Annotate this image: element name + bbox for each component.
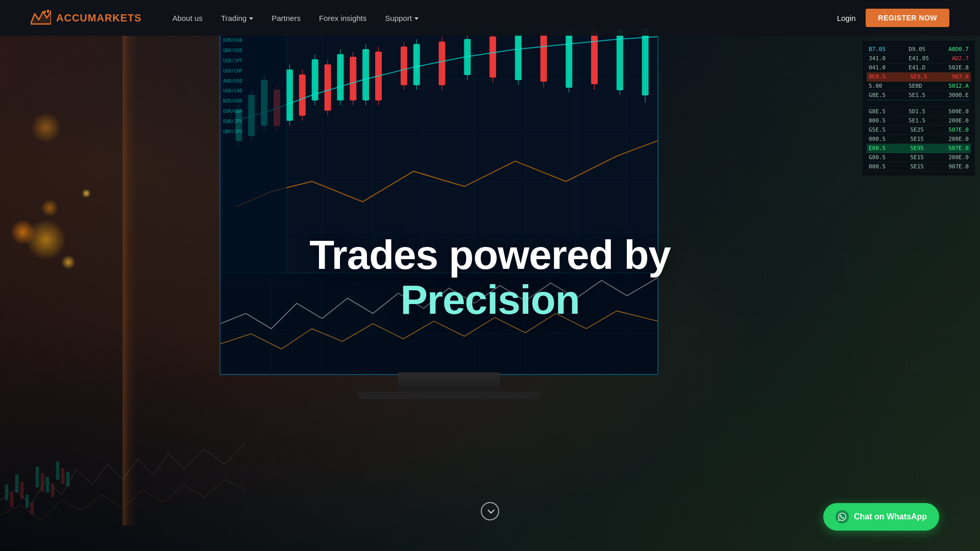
hero-title-line1: Trades powered by [309, 232, 671, 278]
svg-rect-82 [10, 492, 13, 507]
trading-monitor: EUR/USD GBP/USD USD/JPY USD/CHF AUD/USD … [219, 28, 658, 375]
logo[interactable]: ACCUMARKETS [31, 10, 142, 26]
svg-rect-92 [50, 10, 51, 13]
monitor-chart-svg: EUR/USD GBP/USD USD/JPY USD/CHF AUD/USD … [220, 29, 657, 374]
svg-text:NZD/USD: NZD/USD [223, 98, 242, 104]
whatsapp-icon [836, 510, 849, 523]
svg-text:USD/CHF: USD/CHF [223, 68, 242, 73]
svg-rect-81 [66, 472, 69, 486]
nav-links: About us Trading Partners Forex insights… [173, 14, 837, 22]
svg-rect-79 [46, 477, 49, 492]
nav-trading[interactable]: Trading [221, 14, 253, 22]
nav-support[interactable]: Support [385, 14, 419, 22]
svg-rect-75 [5, 485, 8, 500]
svg-text:GBP/JPY: GBP/JPY [223, 129, 242, 134]
svg-rect-78 [36, 467, 39, 487]
logo-text: ACCUMARKETS [56, 12, 142, 24]
hero-section: EUR/USD GBP/USD USD/JPY USD/CHF AUD/USD … [0, 0, 980, 551]
scroll-down-indicator[interactable] [481, 502, 499, 520]
nav-auth-area: Login REGISTER NOW [837, 9, 949, 27]
hero-title-line2: Precision [309, 278, 671, 322]
login-button[interactable]: Login [837, 14, 856, 22]
svg-rect-87 [61, 468, 64, 484]
navbar: ACCUMARKETS About us Trading Partners Fo… [0, 0, 980, 36]
svg-rect-83 [20, 482, 23, 498]
support-dropdown-icon [414, 17, 419, 20]
monitor-stand [398, 372, 500, 393]
svg-text:USD/JPY: USD/JPY [223, 58, 242, 63]
hero-content: Trades powered by Precision [309, 233, 671, 322]
hero-title: Trades powered by Precision [309, 233, 671, 322]
nav-partners[interactable]: Partners [272, 14, 301, 22]
svg-rect-76 [15, 474, 18, 492]
svg-rect-63 [220, 29, 286, 273]
logo-icon [31, 10, 51, 26]
monitor-base [357, 392, 541, 399]
svg-rect-80 [56, 462, 59, 480]
svg-rect-84 [31, 503, 34, 514]
svg-rect-90 [44, 11, 46, 13]
svg-text:AUD/USD: AUD/USD [223, 79, 242, 84]
logo-text-part2: MARKETS [88, 12, 142, 23]
svg-rect-85 [41, 473, 44, 492]
svg-text:USD/CAD: USD/CAD [223, 88, 242, 93]
svg-rect-86 [51, 484, 54, 497]
svg-text:EUR/USD: EUR/USD [223, 38, 242, 43]
right-data-table: B7.05D9.05A0D0.7 341.0E41.05AD2.7 041.0E… [863, 41, 975, 176]
svg-text:EUR/GBP: EUR/GBP [223, 109, 242, 114]
svg-text:GBP/USD: GBP/USD [223, 48, 242, 53]
bottom-candles-svg [0, 372, 245, 551]
whatsapp-chat-button[interactable]: Chat on WhatsApp [823, 503, 939, 531]
register-button[interactable]: REGISTER NOW [866, 9, 949, 27]
whatsapp-label: Chat on WhatsApp [854, 512, 927, 521]
nav-about-us[interactable]: About us [173, 14, 203, 22]
nav-forex-insights[interactable]: Forex insights [319, 14, 366, 22]
svg-rect-77 [26, 495, 29, 508]
logo-text-part1: ACCU [56, 12, 88, 23]
svg-text:EUR/JPY: EUR/JPY [223, 119, 242, 124]
svg-rect-91 [47, 10, 49, 13]
trading-dropdown-icon [249, 17, 253, 20]
svg-marker-89 [31, 12, 51, 24]
